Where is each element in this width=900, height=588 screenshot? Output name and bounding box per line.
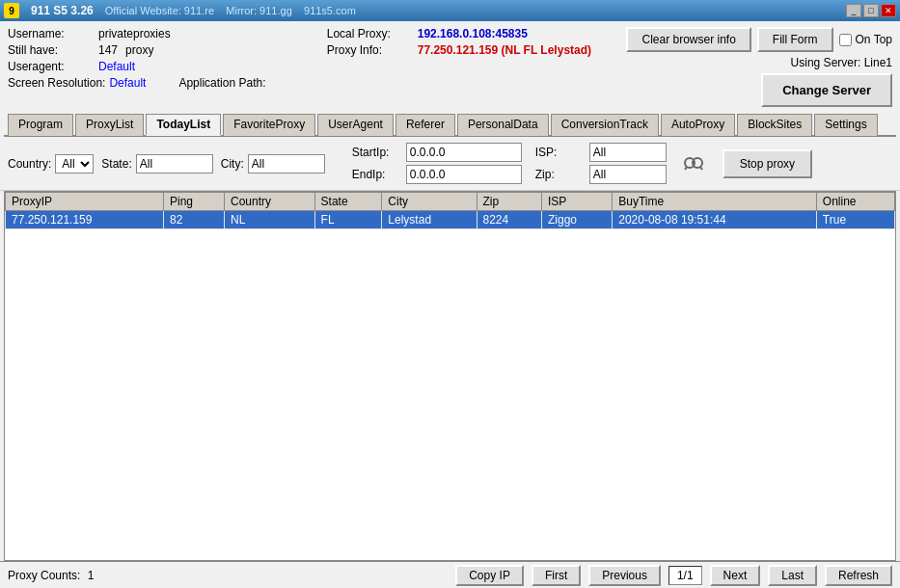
proxy-table-container: ProxyIP Ping Country State City Zip ISP … [4,191,896,561]
col-buy-time[interactable]: BuyTime [613,193,817,211]
top-info-area: Username: privateproxies Still have: 147… [0,21,900,113]
fill-form-button[interactable]: Fill Form [757,27,833,52]
previous-button[interactable]: Previous [588,565,661,586]
cell-city: Lelystad [382,211,477,229]
col-city[interactable]: City [382,193,477,211]
isp-input[interactable] [589,143,667,162]
right-buttons-area: Clear browser info Fill Form On Top Usin… [626,27,892,107]
col-online[interactable]: Online [816,193,894,211]
still-have-label: Still have: [8,43,95,57]
first-button[interactable]: First [532,565,581,586]
cell-state: FL [314,211,382,229]
on-top-label: On Top [856,33,892,46]
status-bar: Proxy Counts: 1 Copy IP First Previous 1… [0,561,900,588]
title-bar: 9 911 S5 3.26 Official Website: 911.re M… [0,0,900,21]
change-server-button[interactable]: Change Server [761,73,892,107]
application-path-label: Application Path: [178,76,265,90]
tab-today-list[interactable]: TodayList [146,114,221,136]
search-icon[interactable] [682,152,705,175]
cell-buy-time: 2020-08-08 19:51:44 [613,211,817,229]
app-icon: 9 [4,3,19,18]
isp-label: ISP: [535,146,584,159]
svg-line-3 [685,167,687,170]
main-window: Username: privateproxies Still have: 147… [0,21,900,588]
proxy-info-label: Proxy Info: [327,43,414,57]
clear-browser-info-button[interactable]: Clear browser info [626,27,750,52]
city-label: City: [221,157,244,171]
minimize-button[interactable]: _ [846,4,861,17]
screen-resolution-value[interactable]: Default [109,76,146,90]
country-select[interactable]: All [55,154,94,174]
screen-resolution-label: Screen Resolution: [8,76,105,90]
zip-label: Zip: [535,168,584,181]
ip-filter-section: StartIp: ISP: EndIp: Zip: [352,143,667,184]
country-filter-group: Country: All [8,154,94,174]
end-ip-label: EndIp: [352,168,400,181]
city-filter-group: City: [221,154,325,174]
on-top-checkbox-row: On Top [839,33,892,46]
cell-zip: 8224 [477,211,542,229]
tab-auto-proxy[interactable]: AutoProxy [661,114,735,136]
start-ip-input[interactable] [406,143,522,162]
proxy-info-value: 77.250.121.159 (NL FL Lelystad) [418,43,591,57]
local-proxy-label: Local Proxy: [327,27,414,40]
username-value: privateproxies [98,27,171,40]
stop-proxy-button[interactable]: Stop proxy [723,149,812,178]
using-server-label: Using Server: Line1 [791,56,892,69]
next-button[interactable]: Next [710,565,761,586]
useragent-label: Useragent: [8,60,95,73]
maximize-button[interactable]: □ [863,4,879,17]
city-input[interactable] [248,154,325,174]
search-refresh-area [682,152,705,175]
tab-block-sites[interactable]: BlockSites [737,114,812,136]
proxy-label: proxy [125,43,153,57]
table-row[interactable]: 77.250.121.159 82 NL FL Lelystad 8224 Zi… [6,211,895,229]
tab-settings[interactable]: Settings [814,114,877,136]
tab-personal-data[interactable]: PersonalData [457,114,549,136]
local-proxy-value: 192.168.0.108:45835 [418,27,528,40]
end-ip-input[interactable] [406,165,522,184]
state-input[interactable] [136,154,213,174]
col-country[interactable]: Country [224,193,314,211]
last-button[interactable]: Last [768,565,817,586]
start-ip-label: StartIp: [352,146,400,159]
cell-isp: Ziggo [542,211,613,229]
col-isp[interactable]: ISP [542,193,613,211]
state-filter-group: State: [101,154,212,174]
copy-ip-button[interactable]: Copy IP [455,565,524,586]
page-indicator: 1/1 [668,566,702,585]
state-label: State: [101,157,131,171]
proxy-table: ProxyIP Ping Country State City Zip ISP … [5,192,895,229]
tab-proxy-list[interactable]: ProxyList [75,114,144,136]
website-label: Official Website: 911.re Mirror: 911.gg … [105,5,356,16]
proxy-counts-text: Proxy Counts: 1 [8,569,448,582]
tab-favorite-proxy[interactable]: FavoriteProxy [223,114,315,136]
filter-area: Country: All State: City: StartIp: ISP: … [0,137,900,191]
svg-line-4 [700,167,702,170]
cell-ping: 82 [164,211,225,229]
col-zip[interactable]: Zip [477,193,542,211]
zip-input[interactable] [589,165,667,184]
refresh-button[interactable]: Refresh [825,565,892,586]
proxy-info-section: Local Proxy: 192.168.0.108:45835 Proxy I… [327,27,619,60]
tabs-bar: Program ProxyList TodayList FavoriteProx… [4,113,896,137]
username-label: Username: [8,27,95,40]
col-ping[interactable]: Ping [164,193,225,211]
cell-online: True [816,211,894,229]
on-top-checkbox[interactable] [839,34,852,46]
cell-proxy-ip: 77.250.121.159 [6,211,164,229]
country-label: Country: [8,157,51,171]
tab-program[interactable]: Program [8,114,73,136]
tab-user-agent[interactable]: UserAgent [317,114,394,136]
table-header-row: ProxyIP Ping Country State City Zip ISP … [6,193,895,211]
cell-country: NL [224,211,314,229]
useragent-value[interactable]: Default [98,60,135,73]
still-have-value: 147 [98,43,118,57]
app-title: 911 S5 3.26 [31,4,94,17]
col-state[interactable]: State [314,193,382,211]
close-button[interactable]: ✕ [881,4,896,17]
tab-conversion-track[interactable]: ConversionTrack [551,114,659,136]
tab-referer[interactable]: Referer [395,114,455,136]
user-info-section: Username: privateproxies Still have: 147… [8,27,300,93]
col-proxy-ip[interactable]: ProxyIP [6,193,164,211]
